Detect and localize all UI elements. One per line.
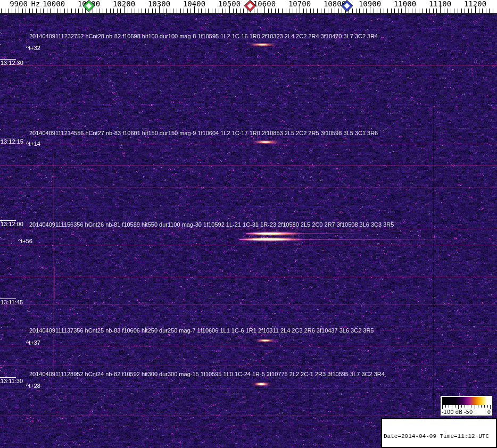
db-color-gradient xyxy=(442,397,491,405)
detection-offset-label: ^t+28 xyxy=(26,383,40,389)
time-label: 13:11:45 xyxy=(1,300,23,305)
freq-label-10300: 10300 xyxy=(148,1,170,7)
time-label: 13:12:00 xyxy=(1,221,23,227)
edge-tick-mark: ` xyxy=(0,340,3,344)
edge-tick-mark: ` xyxy=(0,34,3,38)
detection-log-line: 20140409111156356 hCnt26 nb-81 f10589 hi… xyxy=(29,222,394,228)
time-label: 13:12:15 xyxy=(1,139,23,145)
db-min-label: -100 dB xyxy=(442,410,462,415)
freq-label-hz: Hz xyxy=(31,1,40,7)
edge-tick-mark: ` xyxy=(0,328,3,332)
station-info-box: Date=2014-04-09 Time=11:12 UTC Freq=143 … xyxy=(381,418,497,448)
edge-tick-mark: ` xyxy=(0,238,3,243)
info-date-time: Date=2014-04-09 Time=11:12 UTC xyxy=(384,433,494,439)
edge-tick-mark: ` xyxy=(0,222,3,226)
detection-log-line: 20140409111214556 hCnt27 nb-83 f10601 hi… xyxy=(29,130,378,136)
edge-tick-mark: ` xyxy=(0,130,3,135)
detection-offset-label: ^t+32 xyxy=(26,45,40,51)
freq-label-11200: 11200 xyxy=(464,1,486,7)
db-mid-label: -50 xyxy=(464,410,473,415)
freq-label-10400: 10400 xyxy=(183,1,205,7)
time-label: 13:12:30 xyxy=(1,60,23,66)
edge-tick-mark: ` xyxy=(0,141,3,145)
detection-offset-label: ^t+14 xyxy=(26,141,40,147)
detection-log-line: 20140409111232752 hCnt28 nb-82 f10598 hi… xyxy=(29,34,378,39)
freq-label-10500: 10500 xyxy=(218,1,241,7)
db-scale-legend: -100 dB -50 0 xyxy=(441,396,492,416)
frequency-ruler[interactable]: 9900Hz1000010100102001030010400105001060… xyxy=(0,0,497,13)
detection-log-line: 20140409111137356 hCnt25 nb-83 f10606 hi… xyxy=(29,328,374,334)
freq-label-11000: 11000 xyxy=(394,1,416,7)
time-label: 13:11:30 xyxy=(1,378,23,384)
detection-offset-label: ^t+56 xyxy=(18,238,32,244)
edge-tick-mark: ` xyxy=(0,45,3,49)
meteor-echo-monitor-window: 9900Hz1000010100102001030010400105001060… xyxy=(0,0,497,448)
freq-label-10700: 10700 xyxy=(288,1,311,7)
db-max-label: 0 xyxy=(487,410,491,415)
spectrogram[interactable]: 13:12:3013:12:1513:12:0013:11:4513:11:30… xyxy=(0,13,497,448)
freq-label-10900: 10900 xyxy=(359,1,381,7)
edge-tick-mark: ` xyxy=(0,383,3,387)
freq-label-10000: 10000 xyxy=(43,1,65,7)
detection-offset-label: ^t+37 xyxy=(26,340,40,346)
freq-label-9900: 9900 xyxy=(10,1,28,7)
detection-log-line: 20140409111128952 hCnt24 nb-82 f10592 hi… xyxy=(29,371,385,377)
edge-tick-mark: ` xyxy=(0,371,3,376)
spectrogram-canvas xyxy=(0,13,497,448)
freq-label-11100: 11100 xyxy=(429,1,451,7)
freq-label-10600: 10600 xyxy=(253,1,276,7)
freq-label-10200: 10200 xyxy=(113,1,135,7)
